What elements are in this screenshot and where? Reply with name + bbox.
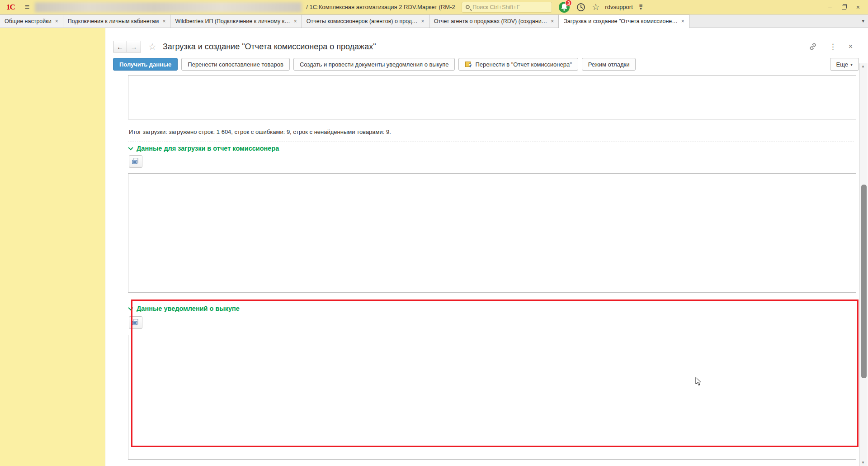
user-menu-button[interactable]: ≡ ▾ (639, 4, 643, 10)
favorite-star-icon[interactable]: ☆ (148, 41, 156, 52)
transfer-to-report-button[interactable]: Перенести в "Отчет комиссионера" (458, 58, 578, 71)
more-actions-button[interactable]: Еще ▾ (830, 58, 859, 71)
tab-close-icon[interactable]: × (162, 18, 165, 24)
get-link-icon[interactable] (808, 42, 817, 51)
minimize-button[interactable]: – (828, 4, 832, 10)
section1-title: Данные для загрузки в отчет комиссионера (137, 145, 279, 152)
window-title-bar: 1С ≡ / 1С:Комплексная автоматизация 2 RD… (0, 0, 868, 14)
star-icon: ☆ (592, 2, 599, 12)
back-button[interactable]: ← (113, 41, 127, 52)
section-buyout-notifications-header[interactable]: Данные уведомлений о выкупе (129, 305, 240, 312)
caret-down-icon: ▾ (640, 7, 642, 10)
close-form-button[interactable]: × (849, 43, 853, 51)
print-list-icon (132, 157, 140, 166)
scroll-down-arrow[interactable]: ▼ (860, 460, 866, 466)
scroll-up-arrow[interactable]: ▲ (860, 63, 866, 70)
close-window-button[interactable]: × (856, 4, 860, 10)
tab-label: Отчет агента о продажах (RDV) (создани… (434, 18, 547, 24)
tab-strip: Общие настройки×Подключения к личным каб… (0, 14, 868, 28)
tab-label: Загрузка и создание "Отчета комиссионе… (564, 18, 678, 24)
print-list-button-1[interactable] (129, 155, 142, 168)
tab-close-icon[interactable]: × (421, 18, 425, 24)
print-list-icon (132, 319, 140, 327)
redacted-text-block (35, 2, 302, 12)
tab[interactable]: Wildberries ИП (Подключение к личному к…… (170, 14, 302, 28)
tab-label: Подключения к личным кабинетам (68, 18, 159, 24)
tab[interactable]: Отчеты комиссионеров (агентов) о прод…× (302, 14, 429, 28)
tab-close-icon[interactable]: × (551, 18, 554, 24)
separator (128, 142, 854, 142)
tab-list-dropdown[interactable]: ▾ (858, 18, 868, 24)
tab-label: Общие настройки (5, 18, 52, 24)
section2-title: Данные уведомлений о выкупе (137, 305, 240, 312)
chevron-down-icon (128, 305, 133, 310)
tab-close-icon[interactable]: × (294, 18, 297, 24)
favorites-button[interactable]: ☆ (592, 2, 599, 12)
buyout-notifications-table (128, 335, 856, 460)
mouse-cursor (695, 377, 702, 388)
sections-sidebar (0, 28, 105, 466)
tab-close-icon[interactable]: × (681, 18, 684, 24)
main-scroll-thumb[interactable] (861, 185, 867, 378)
chevron-down-icon (128, 145, 133, 150)
transfer-matching-button[interactable]: Перенести сопоставление товаров (181, 58, 290, 71)
get-data-button[interactable]: Получить данные (113, 58, 178, 71)
form-area: ← → ☆ Загрузка и создание "Отчета комисс… (105, 28, 868, 466)
load-summary: Итог загрузки: загружено строк: 1 604, с… (129, 128, 391, 135)
caret-down-icon: ▾ (850, 62, 853, 67)
tab[interactable]: Общие настройки× (0, 14, 63, 28)
history-icon (576, 3, 585, 12)
more-menu-icon[interactable]: ⋮ (829, 42, 837, 52)
tab[interactable]: Отчет агента о продажах (RDV) (создани…× (429, 14, 559, 28)
source-rows-table (128, 75, 856, 119)
notification-count-badge: 3 (565, 0, 572, 6)
more-label: Еще (836, 61, 848, 68)
history-button[interactable] (576, 3, 585, 12)
search-placeholder: Поиск Ctrl+Shift+F (472, 4, 520, 10)
main-menu-icon[interactable]: ≡ (25, 2, 30, 12)
page-title: Загрузка и создание "Отчета комиссионера… (163, 42, 376, 52)
debug-mode-button[interactable]: Режим отладки (582, 58, 636, 71)
restore-button[interactable] (842, 5, 846, 10)
transfer-to-report-label: Перенести в "Отчет комиссионера" (475, 61, 571, 68)
tab-close-icon[interactable]: × (55, 18, 58, 24)
current-user[interactable]: rdvsupport (605, 4, 632, 10)
main-vertical-scrollbar[interactable]: ▲ ▼ (859, 63, 868, 466)
notifications-button[interactable]: 3 (558, 1, 570, 13)
tab-label: Отчеты комиссионеров (агентов) о прод… (307, 18, 418, 24)
create-post-buyout-docs-button[interactable]: Создать и провести документы уведомления… (293, 58, 455, 71)
global-search-input[interactable]: Поиск Ctrl+Shift+F (462, 2, 552, 13)
print-list-button-2[interactable] (129, 316, 142, 329)
tab[interactable]: Подключения к личным кабинетам× (63, 14, 171, 28)
search-icon (466, 5, 470, 9)
tab-label: Wildberries ИП (Подключение к личному к… (175, 18, 290, 24)
transfer-doc-icon (465, 61, 472, 68)
1c-logo-icon: 1С (6, 3, 15, 12)
forward-button[interactable]: → (127, 41, 141, 52)
commissioner-data-table (128, 173, 856, 293)
section-commissioner-data-header[interactable]: Данные для загрузки в отчет комиссионера (129, 145, 279, 152)
tab[interactable]: Загрузка и создание "Отчета комиссионе…× (559, 14, 689, 28)
window-title: / 1С:Комплексная автоматизация 2 RDV.Мар… (306, 4, 455, 10)
